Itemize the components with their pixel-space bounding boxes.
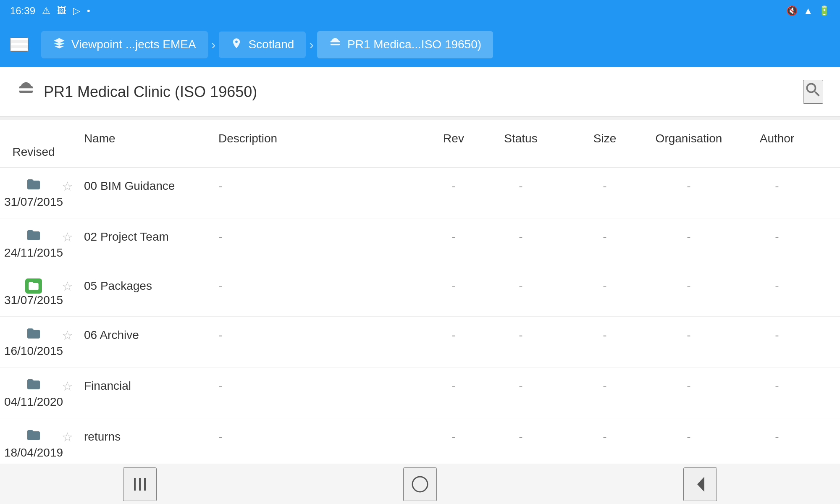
- status-bar-left: 16:39 ⚠ 🖼 ▷ •: [10, 5, 90, 17]
- row-icon-cell: [17, 278, 50, 294]
- page-header-left: PR1 Medical Clinic (ISO 19650): [17, 81, 257, 103]
- row-name-cell: 00 BIM Guidance: [84, 179, 218, 193]
- table-container: Name Description Rev Status Size Organis…: [0, 123, 840, 469]
- bottom-nav: [0, 464, 840, 504]
- row-revised-cell: 16/10/2015: [17, 344, 50, 358]
- row-status-cell: -: [479, 430, 563, 444]
- nav-menu-button[interactable]: [123, 467, 157, 501]
- col-header-name: Name: [84, 132, 218, 145]
- row-status-cell: -: [479, 379, 563, 393]
- table-row[interactable]: ☆ 02 Project Team - - - - - - 24/11/2015: [0, 218, 840, 269]
- row-status-cell: -: [479, 230, 563, 244]
- star-icon[interactable]: ☆: [62, 279, 73, 294]
- row-name-cell: returns: [84, 430, 218, 444]
- dot-icon: •: [87, 5, 90, 16]
- row-icon-cell: [17, 326, 50, 344]
- row-revised-cell: 04/11/2020: [17, 395, 50, 409]
- hamburger-button[interactable]: [10, 37, 29, 52]
- breadcrumb-item-scotland[interactable]: Scotland: [219, 32, 306, 58]
- row-revised-cell: 31/07/2015: [17, 195, 50, 209]
- nav-bar: Viewpoint ...jects EMEA › Scotland › PR1…: [0, 22, 840, 67]
- play-icon: ▷: [73, 5, 80, 16]
- search-button[interactable]: [803, 80, 823, 104]
- star-icon[interactable]: ☆: [62, 379, 73, 394]
- col-header-rev: Rev: [428, 132, 479, 145]
- row-size-cell: -: [563, 179, 647, 193]
- table-row[interactable]: ☆ 00 BIM Guidance - - - - - - 31/07/2015: [0, 168, 840, 218]
- row-rev-cell: -: [428, 230, 479, 244]
- row-author-cell: -: [731, 230, 823, 244]
- row-author-cell: -: [731, 179, 823, 193]
- folder-icon: [26, 377, 41, 395]
- battery-icon: 🔋: [819, 5, 830, 16]
- col-header-icon: [17, 132, 50, 145]
- table-row[interactable]: ☆ Financial - - - - - - 04/11/2020: [0, 368, 840, 418]
- page-header: PR1 Medical Clinic (ISO 19650): [0, 67, 840, 117]
- row-name-cell: 05 Packages: [84, 279, 218, 293]
- table-row[interactable]: ☆ returns - - - - - - 18/04/2019: [0, 418, 840, 469]
- row-size-cell: -: [563, 379, 647, 393]
- row-icon-cell: [17, 428, 50, 446]
- folder-icon: [26, 228, 41, 246]
- col-header-author: Author: [731, 132, 823, 145]
- row-icon-cell: [17, 177, 50, 195]
- row-rev-cell: -: [428, 279, 479, 293]
- status-bar-right: 🔇 ▲ 🔋: [786, 5, 830, 16]
- star-icon[interactable]: ☆: [62, 430, 73, 444]
- page-title-icon: [17, 81, 35, 103]
- row-revised-cell: 31/07/2015: [17, 294, 50, 307]
- row-star-cell[interactable]: ☆: [50, 279, 84, 294]
- status-bar: 16:39 ⚠ 🖼 ▷ • 🔇 ▲ 🔋: [0, 0, 840, 22]
- nav-back-button[interactable]: [683, 467, 717, 501]
- row-description-cell: -: [218, 230, 428, 244]
- breadcrumb: Viewpoint ...jects EMEA › Scotland › PR1…: [41, 31, 493, 58]
- row-description-cell: -: [218, 179, 428, 193]
- svg-point-6: [412, 477, 428, 492]
- col-header-star: [50, 132, 84, 145]
- breadcrumb-item-pr1[interactable]: PR1 Medica...ISO 19650): [317, 31, 493, 58]
- building-icon: [53, 37, 66, 52]
- row-status-cell: -: [479, 328, 563, 342]
- svg-rect-4: [139, 478, 141, 491]
- row-icon-cell: [17, 377, 50, 395]
- svg-rect-0: [11, 38, 28, 40]
- row-organisation-cell: -: [647, 179, 731, 193]
- row-rev-cell: -: [428, 379, 479, 393]
- location-icon: [231, 37, 242, 52]
- folder-green-icon: [25, 278, 42, 294]
- mute-icon: 🔇: [786, 5, 798, 16]
- row-star-cell[interactable]: ☆: [50, 230, 84, 244]
- folder-icon: [26, 428, 41, 446]
- page-title: PR1 Medical Clinic (ISO 19650): [44, 83, 257, 101]
- row-organisation-cell: -: [647, 328, 731, 342]
- time-display: 16:39: [10, 5, 35, 17]
- row-star-cell[interactable]: ☆: [50, 379, 84, 394]
- breadcrumb-label-pr1: PR1 Medica...ISO 19650): [347, 38, 481, 51]
- row-rev-cell: -: [428, 328, 479, 342]
- row-name-cell: 02 Project Team: [84, 230, 218, 244]
- row-organisation-cell: -: [647, 279, 731, 293]
- table-rows: ☆ 00 BIM Guidance - - - - - - 31/07/2015…: [0, 168, 840, 469]
- row-author-cell: -: [731, 279, 823, 293]
- svg-marker-7: [697, 477, 704, 492]
- row-star-cell[interactable]: ☆: [50, 328, 84, 343]
- nav-home-button[interactable]: [403, 467, 437, 501]
- col-header-organisation: Organisation: [647, 132, 731, 145]
- row-organisation-cell: -: [647, 379, 731, 393]
- star-icon[interactable]: ☆: [62, 179, 73, 194]
- col-header-size: Size: [563, 132, 647, 145]
- svg-rect-2: [11, 48, 28, 50]
- col-header-revised: Revised: [17, 145, 50, 159]
- star-icon[interactable]: ☆: [62, 328, 73, 343]
- row-name-cell: Financial: [84, 379, 218, 393]
- row-star-cell[interactable]: ☆: [50, 179, 84, 194]
- breadcrumb-label-viewpoint: Viewpoint ...jects EMEA: [71, 38, 196, 51]
- col-header-description: Description: [218, 132, 428, 145]
- table-row[interactable]: ☆ 05 Packages - - - - - - 31/07/2015: [0, 269, 840, 317]
- row-star-cell[interactable]: ☆: [50, 430, 84, 444]
- table-row[interactable]: ☆ 06 Archive - - - - - - 16/10/2015: [0, 317, 840, 368]
- breadcrumb-item-viewpoint[interactable]: Viewpoint ...jects EMEA: [41, 31, 208, 58]
- folder-icon: [26, 177, 41, 195]
- row-description-cell: -: [218, 328, 428, 342]
- star-icon[interactable]: ☆: [62, 230, 73, 244]
